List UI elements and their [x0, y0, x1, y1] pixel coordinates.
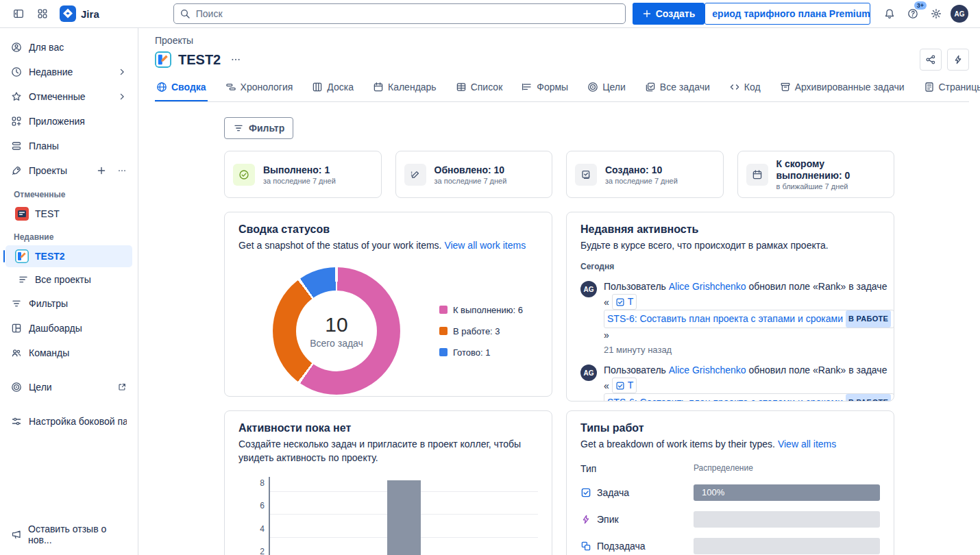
sidebar-project-test2[interactable]: TEST2 [5, 245, 132, 267]
work-types-card: Типы работ Get a breakdown of work items… [566, 410, 894, 555]
sidebar-item-recent[interactable]: Недавние [5, 60, 132, 84]
tab-code[interactable]: Код [728, 79, 762, 101]
task-chip-fragment[interactable]: T [612, 378, 637, 393]
page-title: TEST2 [178, 52, 221, 68]
automation-button[interactable] [947, 49, 969, 71]
task-chip-fragment[interactable]: T [612, 294, 637, 310]
status-lozenge: В РАБОТЕ [846, 310, 891, 328]
sidebar-project-test[interactable]: TEST [5, 203, 132, 225]
jira-app: Jira Создать ериод тарифного плана Premi… [0, 0, 980, 555]
add-project-icon[interactable] [97, 166, 106, 175]
sidebar-item-label: Приложения [29, 116, 127, 127]
view-all-items-link[interactable]: View all items [778, 439, 836, 449]
tab-label: Сводка [171, 82, 206, 92]
notifications-button[interactable] [879, 3, 901, 25]
tab-list[interactable]: Список [454, 79, 504, 101]
tab-calendar[interactable]: Календарь [371, 79, 438, 101]
distribution-bar-subtask[interactable] [694, 538, 880, 554]
stat-created-card[interactable]: Создано: 10за последние 7 дней [566, 151, 724, 198]
table-icon [456, 82, 467, 92]
distribution-bar-epic[interactable] [694, 511, 880, 528]
donut-total-label: Всего задач [310, 338, 363, 349]
legend-inprogress[interactable]: В работе: 3 [439, 326, 523, 336]
panel-left-icon [13, 8, 24, 19]
priority-bar[interactable] [387, 480, 421, 555]
subtask-icon [580, 541, 591, 552]
user-link[interactable]: Alice Grishchenko [669, 281, 746, 292]
tab-timeline[interactable]: Хронология [224, 79, 295, 101]
timeline-icon [225, 82, 236, 92]
task-checkbox-icon [615, 297, 625, 307]
stat-done-card[interactable]: Выполнено: 1за последние 7 дней [224, 151, 382, 198]
view-all-work-items-link[interactable]: View all work items [444, 240, 526, 251]
board-icon [312, 82, 323, 92]
filter-button[interactable]: Фильтр [224, 117, 293, 139]
create-button[interactable]: Создать [633, 3, 705, 25]
sidebar-item-projects[interactable]: Проекты [5, 159, 132, 182]
search-input[interactable] [173, 3, 626, 24]
filter-icon [233, 123, 244, 134]
sidebar-item-plans[interactable]: Планы [5, 134, 132, 158]
collapse-sidebar-button[interactable] [8, 3, 29, 25]
created-icon-wrap [575, 164, 597, 186]
y-tick: 8 [252, 478, 265, 488]
distribution-bar-task[interactable]: 100% [694, 484, 880, 501]
dashboard-icon [11, 323, 22, 334]
profile-button[interactable]: AG [948, 3, 970, 25]
tab-goals[interactable]: Цели [586, 79, 627, 101]
project-more-button[interactable] [228, 51, 244, 68]
stat-subtitle: в ближайшие 7 дней [776, 182, 886, 190]
distribution-column-header: Распределение [694, 463, 880, 474]
task-link-chip[interactable]: STS-6: Составить план проекта с этапами … [604, 310, 894, 328]
activity-card-title: Недавняя активность [580, 223, 880, 236]
donut-total: 10 [325, 313, 347, 336]
sidebar-item-goals[interactable]: Цели [5, 375, 132, 399]
tab-all-work[interactable]: Все задачи [644, 79, 711, 101]
tab-archived[interactable]: Архивированные задачи [779, 79, 906, 101]
status-donut[interactable]: 10 Всего задач [273, 267, 400, 395]
feedback-button[interactable]: Оставить отзыв о нов... [0, 514, 138, 555]
tab-forms[interactable]: Формы [520, 79, 569, 101]
tab-label: Архивированные задачи [795, 82, 905, 92]
sidebar-item-dashboards[interactable]: Дашбоарды [5, 317, 132, 340]
task-link-chip[interactable]: STS-6: Составить план проекта с этапами … [604, 393, 894, 402]
sidebar-item-filters[interactable]: Фильтры [5, 292, 132, 315]
premium-trial-button[interactable]: ериод тарифного плана Premium [705, 3, 870, 25]
legend-done[interactable]: Готово: 1 [439, 347, 523, 358]
gear-icon [931, 8, 942, 19]
person-icon [11, 42, 22, 53]
sidebar-item-for-you[interactable]: Для вас [5, 36, 132, 59]
tab-board[interactable]: Доска [310, 79, 355, 101]
types-card-subtitle: Get a breakdown of work items by their t… [580, 439, 775, 449]
type-column-header: Тип [580, 463, 694, 474]
sidebar-item-customize[interactable]: Настройка боковой па... [5, 410, 132, 433]
tab-summary[interactable]: Сводка [155, 79, 208, 101]
legend-todo[interactable]: К выполнению: 6 [439, 305, 523, 315]
search-icon [180, 8, 191, 19]
recent-activity-card: Недавняя активность Будьте в курсе всего… [566, 212, 894, 402]
sidebar-item-label: Для вас [29, 42, 127, 53]
share-button[interactable] [920, 49, 942, 71]
user-link[interactable]: Alice Grishchenko [669, 365, 746, 375]
help-button[interactable]: 3+ [902, 3, 924, 25]
breadcrumb[interactable]: Проекты [155, 35, 969, 46]
recent-section-header: Недавние [0, 225, 138, 245]
sidebar-item-starred[interactable]: Отмеченные [5, 85, 132, 108]
app-switcher-button[interactable] [32, 3, 53, 25]
stat-updated-card[interactable]: Обновлено: 10за последние 7 дней [395, 151, 553, 198]
stat-due-card[interactable]: К скорому выполнению: 0в ближайшие 7 дне… [737, 151, 895, 198]
settings-button[interactable] [925, 3, 947, 25]
content-scroll[interactable]: Фильтр Выполнено: 1за последние 7 дней О… [138, 102, 980, 555]
sidebar-all-projects[interactable]: Все проекты [5, 269, 132, 291]
more-projects-icon[interactable] [117, 166, 127, 175]
jira-logo[interactable]: Jira [56, 5, 105, 22]
donut-center: 10 Всего задач [273, 267, 400, 395]
sidebar-item-apps[interactable]: Приложения [5, 110, 132, 133]
archive-icon [780, 82, 791, 92]
created-check-icon [580, 169, 591, 180]
sidebar-item-teams[interactable]: Команды [5, 341, 132, 365]
stat-cards: Выполнено: 1за последние 7 дней Обновлен… [224, 151, 894, 198]
tab-pages[interactable]: Страницы [922, 79, 980, 101]
activity-item: AG Пользователь Alice Grishchenko обнови… [580, 280, 880, 355]
main-area: Проекты TEST2 Сводка Хронология Доска Ка… [138, 28, 980, 555]
